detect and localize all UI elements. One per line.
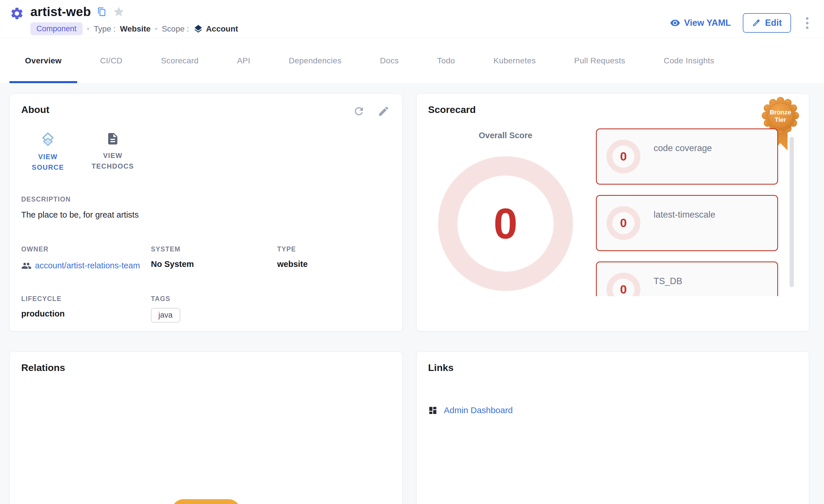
scorecard-item[interactable]: 0 TS_DB xyxy=(596,261,778,296)
system-value: No System xyxy=(151,259,277,269)
score-ring: 0 xyxy=(607,273,640,296)
component-gear-icon xyxy=(10,6,24,21)
view-techdocs-label: VIEW TECHDOCS xyxy=(86,150,139,171)
header-actions: View YAML Edit xyxy=(670,13,811,33)
system-field: SYSTEM No System xyxy=(151,245,277,272)
tags-label: TAGS xyxy=(151,295,277,303)
description-value: The place to be, for great artists xyxy=(21,210,391,220)
scorecard-item[interactable]: 0 code coverage xyxy=(596,128,778,184)
lifecycle-label: LIFECYCLE xyxy=(21,295,151,303)
entity-tabs: Overview CI/CD Scorecard API Dependencie… xyxy=(0,38,824,83)
owner-label: OWNER xyxy=(21,245,151,253)
page-title: artist-web xyxy=(30,5,91,19)
scorecard-title: Scorecard xyxy=(428,104,797,115)
score-name: latest-timescale xyxy=(653,210,715,220)
links-card: Links Admin Dashboard xyxy=(416,352,809,504)
entity-identity: artist-web Component • Type : Website • … xyxy=(10,5,238,35)
type-field: TYPE website xyxy=(277,245,391,272)
about-fields-grid: OWNER account/artist-relations-team SYST… xyxy=(21,245,391,323)
overall-score-gauge: 0 xyxy=(438,156,573,291)
about-card: About VIEW SOURCE VIEW TECHDOCS xyxy=(9,94,403,332)
view-source-link[interactable]: VIEW SOURCE xyxy=(21,132,75,172)
scorecard-card: Scorecard Bronze Tier xyxy=(416,94,809,332)
type-field-value: website xyxy=(277,259,391,269)
about-title: About xyxy=(21,104,391,115)
about-card-actions xyxy=(353,105,390,117)
entity-title-block: artist-web Component • Type : Website • … xyxy=(30,5,238,35)
scope-value-wrap: Account xyxy=(193,24,238,34)
entity-header: artist-web Component • Type : Website • … xyxy=(0,0,824,38)
links-title: Links xyxy=(428,362,797,373)
tier-badge-line2: Tier xyxy=(775,116,786,123)
score-ring: 0 xyxy=(607,140,640,173)
tab-code-insights[interactable]: Code Insights xyxy=(648,38,730,83)
view-yaml-link[interactable]: View YAML xyxy=(670,18,731,28)
view-yaml-label: View YAML xyxy=(684,18,731,28)
entity-meta: Component • Type : Website • Scope : Acc… xyxy=(30,22,238,35)
type-field-label: TYPE xyxy=(277,245,391,253)
external-link-row[interactable]: Admin Dashboard xyxy=(428,405,797,415)
overall-score-panel: Overall Score 0 xyxy=(428,128,583,296)
techdocs-document-icon xyxy=(106,132,120,146)
scorecard-content: Overall Score 0 0 code coverage 0 xyxy=(428,128,797,296)
description-label: DESCRIPTION xyxy=(21,196,391,203)
tab-pull-requests[interactable]: Pull Requests xyxy=(558,38,641,83)
eye-icon xyxy=(670,18,680,28)
overall-score-label: Overall Score xyxy=(428,131,583,140)
kind-badge: Component xyxy=(30,22,83,35)
owner-field: OWNER account/artist-relations-team xyxy=(21,245,151,272)
tier-badge-line1: Bronze xyxy=(770,109,791,116)
score-name: code coverage xyxy=(653,143,712,153)
tab-cicd[interactable]: CI/CD xyxy=(85,38,138,83)
tab-overview[interactable]: Overview xyxy=(9,38,77,83)
tab-scorecard[interactable]: Scorecard xyxy=(145,38,214,83)
about-quick-links: VIEW SOURCE VIEW TECHDOCS xyxy=(21,132,391,172)
relations-action-button[interactable] xyxy=(172,499,240,504)
type-value: Website xyxy=(120,24,150,33)
separator-dot: • xyxy=(87,24,90,33)
system-label: SYSTEM xyxy=(151,245,277,253)
score-value: 0 xyxy=(620,283,627,296)
favorite-star-icon[interactable] xyxy=(113,6,125,18)
tags-field: TAGS java xyxy=(151,295,277,323)
copy-icon[interactable] xyxy=(97,7,106,16)
scorecard-item[interactable]: 0 latest-timescale xyxy=(596,195,778,251)
tag-chip-java[interactable]: java xyxy=(151,308,180,323)
lifecycle-field: LIFECYCLE production xyxy=(21,295,151,323)
tab-api[interactable]: API xyxy=(221,38,266,83)
scope-value: Account xyxy=(206,24,238,33)
tab-todo[interactable]: Todo xyxy=(422,38,471,83)
edit-button-label: Edit xyxy=(765,18,782,28)
lifecycle-value: production xyxy=(21,309,151,319)
group-icon xyxy=(21,261,31,271)
score-name: TS_DB xyxy=(653,276,682,286)
layers-icon xyxy=(193,24,203,34)
scorecard-scrollbar[interactable] xyxy=(790,137,794,287)
tab-kubernetes[interactable]: Kubernetes xyxy=(478,38,551,83)
relations-card: Relations xyxy=(9,352,403,504)
pencil-icon xyxy=(752,19,760,27)
score-ring: 0 xyxy=(607,206,640,240)
separator-dot: • xyxy=(155,24,158,33)
view-source-label: VIEW SOURCE xyxy=(21,151,75,172)
dashboard-icon xyxy=(428,406,437,415)
admin-dashboard-link[interactable]: Admin Dashboard xyxy=(444,405,513,415)
overall-score-value: 0 xyxy=(494,199,517,249)
source-code-icon xyxy=(40,132,56,147)
scorecard-items-panel: 0 code coverage 0 latest-timescale 0 xyxy=(596,128,778,296)
score-value: 0 xyxy=(620,216,627,230)
edit-about-icon[interactable] xyxy=(378,105,390,117)
type-label: Type : xyxy=(94,24,116,33)
overview-content: About VIEW SOURCE VIEW TECHDOCS xyxy=(0,83,824,504)
refresh-icon[interactable] xyxy=(353,105,365,117)
description-field: DESCRIPTION The place to be, for great a… xyxy=(21,196,391,220)
scope-label: Scope : xyxy=(162,24,189,33)
view-techdocs-link[interactable]: VIEW TECHDOCS xyxy=(86,132,139,172)
tab-docs[interactable]: Docs xyxy=(365,38,414,83)
more-options-menu-icon[interactable] xyxy=(803,14,811,32)
tab-dependencies[interactable]: Dependencies xyxy=(274,38,357,83)
relations-title: Relations xyxy=(21,362,391,373)
owner-value-link[interactable]: account/artist-relations-team xyxy=(35,259,147,272)
scorecard-items-list[interactable]: 0 code coverage 0 latest-timescale 0 xyxy=(596,128,778,296)
edit-button[interactable]: Edit xyxy=(743,13,791,33)
